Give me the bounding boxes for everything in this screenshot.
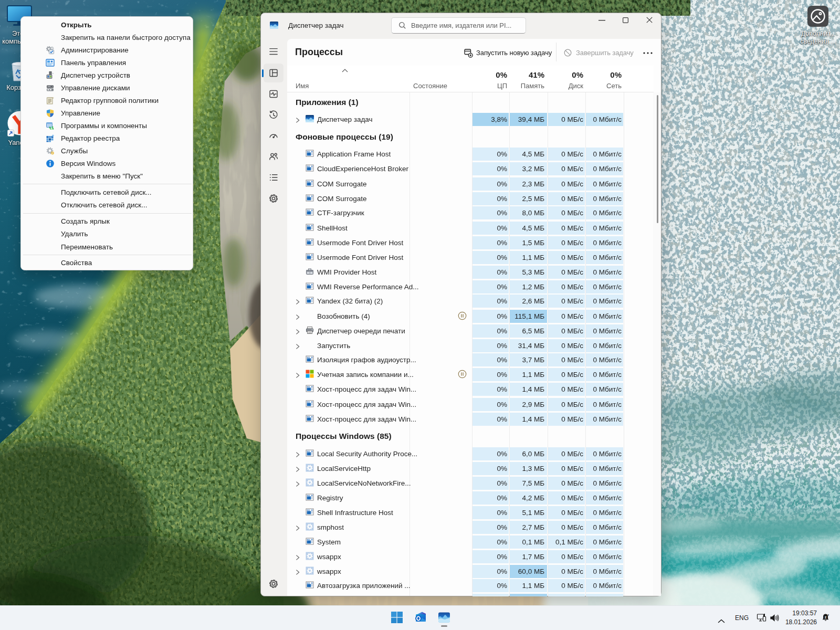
svg-text:z: z [825, 615, 827, 619]
svg-text:z: z [827, 613, 829, 616]
